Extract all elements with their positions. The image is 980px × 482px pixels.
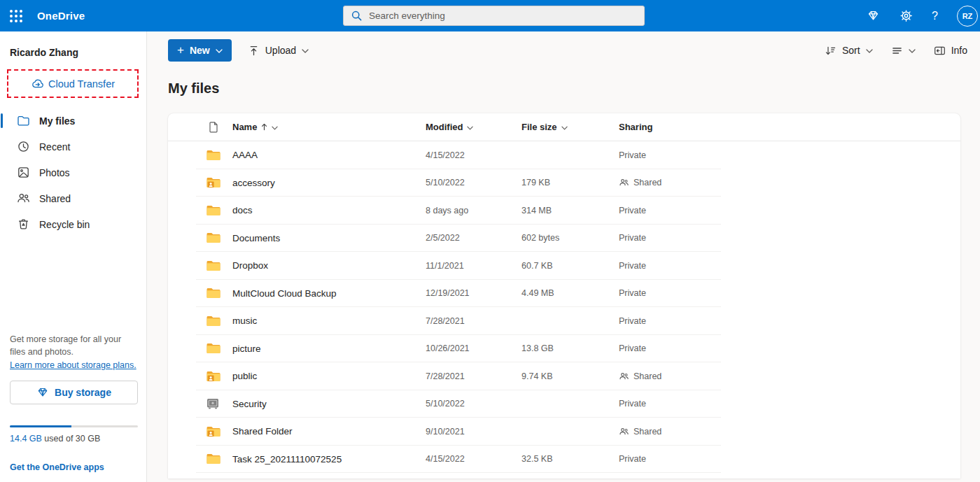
app-launcher-icon[interactable]: [0, 0, 31, 31]
file-list-card: Name Modified File size: [168, 113, 960, 479]
storage-meter: [10, 425, 138, 427]
file-name[interactable]: accessory: [232, 178, 426, 188]
file-sharing: Shared: [619, 427, 960, 437]
sidebar-item-shared[interactable]: Shared: [0, 185, 146, 211]
file-sharing: Private: [619, 150, 960, 160]
column-header-size[interactable]: File size: [522, 122, 619, 132]
table-row[interactable]: Documents2/5/2022602 bytesPrivate: [168, 225, 960, 253]
file-name[interactable]: Documents: [232, 233, 426, 243]
folder-shared-icon: [168, 371, 232, 382]
folder-icon: [168, 232, 232, 243]
table-row[interactable]: music7/28/2021Private: [168, 307, 960, 335]
cloud-transfer-button[interactable]: Cloud Transfer: [31, 78, 115, 90]
people-icon: [619, 427, 629, 437]
table-row[interactable]: accessory5/10/2022179 KBShared: [168, 169, 960, 197]
new-button[interactable]: + New: [168, 39, 232, 62]
file-sharing: Private: [619, 233, 960, 243]
buy-storage-label: Buy storage: [55, 387, 111, 398]
file-sharing: Private: [619, 399, 960, 409]
search-bar[interactable]: [343, 6, 645, 26]
file-modified: 7/28/2021: [426, 316, 522, 326]
sharing-label: Private: [619, 288, 646, 298]
file-size: 314 MB: [522, 206, 619, 215]
table-row[interactable]: Security5/10/2022Private: [168, 390, 960, 418]
get-apps-link[interactable]: Get the OneDrive apps: [10, 462, 136, 472]
column-header-modified[interactable]: Modified: [426, 122, 522, 132]
sort-button[interactable]: Sort: [825, 45, 873, 57]
diamond-icon: [36, 386, 49, 399]
table-row[interactable]: MultCloud Cloud Backup12/19/20214.49 MBP…: [168, 280, 960, 308]
sidebar-item-recent[interactable]: Recent: [0, 134, 146, 160]
sidebar-item-photos[interactable]: Photos: [0, 160, 146, 185]
file-modified: 7/28/2021: [426, 371, 522, 381]
file-size: 179 KB: [522, 178, 619, 187]
column-label: File size: [522, 122, 557, 132]
file-name[interactable]: Security: [232, 399, 426, 409]
file-name[interactable]: MultCloud Cloud Backup: [232, 288, 426, 299]
info-button[interactable]: Info: [934, 45, 967, 57]
search-input[interactable]: [369, 10, 637, 21]
sidebar-item-my-files[interactable]: My files: [0, 108, 146, 134]
chevron-down-icon: [216, 49, 223, 53]
chevron-down-icon: [467, 126, 473, 130]
sharing-label: Shared: [634, 371, 662, 381]
folder-icon: [168, 205, 232, 216]
file-name[interactable]: Dropbox: [232, 260, 426, 271]
table-header: Name Modified File size: [168, 113, 960, 141]
table-row[interactable]: AAAA4/15/2022Private: [168, 141, 960, 169]
storage-usage-text: 14.4 GB used of 30 GB: [10, 434, 136, 444]
file-sharing: Private: [619, 343, 960, 353]
file-name[interactable]: docs: [232, 205, 426, 215]
storage-promo-text: Get more storage for all your files and …: [10, 333, 129, 358]
sidebar-item-label: Recent: [39, 141, 70, 153]
avatar[interactable]: RZ: [957, 6, 978, 27]
sidebar-item-label: My files: [39, 115, 75, 127]
folder-icon: [16, 114, 30, 128]
table-row[interactable]: public7/28/20219.74 KBShared: [168, 362, 960, 390]
help-icon[interactable]: ?: [932, 10, 938, 22]
file-modified: 2/5/2022: [426, 233, 522, 243]
file-sharing: Private: [619, 206, 960, 215]
user-name: Ricardo Zhang: [0, 31, 146, 58]
view-options-button[interactable]: [891, 45, 916, 57]
upload-button[interactable]: Upload: [248, 45, 309, 57]
sidebar-item-label: Shared: [39, 193, 71, 204]
file-modified: 5/10/2022: [426, 178, 522, 187]
file-name[interactable]: public: [232, 371, 426, 381]
storage-section: Get more storage for all your files and …: [0, 333, 146, 482]
buy-storage-button[interactable]: Buy storage: [10, 381, 138, 404]
storage-meter-fill: [10, 425, 71, 427]
settings-gear-icon[interactable]: [899, 9, 913, 23]
table-row[interactable]: Task 25_202111100725254/15/202232.5 KBPr…: [168, 446, 960, 474]
column-header-sharing[interactable]: Sharing: [619, 122, 960, 132]
file-modified: 4/15/2022: [426, 454, 522, 464]
table-row[interactable]: docs8 days ago314 MBPrivate: [168, 197, 960, 225]
sharing-label: Private: [619, 150, 646, 160]
file-modified: 11/1/2021: [426, 261, 522, 271]
app-title: OneDrive: [37, 10, 85, 22]
table-row[interactable]: Dropbox11/1/202160.7 KBPrivate: [168, 252, 960, 280]
folder-icon: [168, 343, 232, 354]
premium-diamond-icon[interactable]: [866, 9, 880, 23]
storage-plans-link[interactable]: Learn more about storage plans.: [10, 360, 136, 370]
file-name[interactable]: picture: [232, 343, 426, 354]
cloud-transfer-icon: [31, 78, 46, 89]
folder-icon: [168, 316, 232, 327]
file-name[interactable]: Task 25_20211110072525: [232, 454, 426, 465]
file-modified: 8 days ago: [426, 206, 522, 215]
document-type-icon: [168, 121, 232, 133]
file-name[interactable]: music: [232, 316, 426, 326]
table-row[interactable]: picture10/26/202113.8 GBPrivate: [168, 335, 960, 363]
sharing-label: Shared: [634, 427, 662, 437]
column-header-name[interactable]: Name: [232, 122, 426, 132]
column-label: Name: [232, 122, 257, 132]
file-sharing: Private: [619, 288, 960, 298]
sidebar-item-recycle-bin[interactable]: Recycle bin: [0, 211, 146, 237]
file-list: AAAA4/15/2022Privateaccessory5/10/202217…: [168, 141, 960, 473]
chevron-down-icon: [561, 126, 568, 130]
sidebar-item-label: Photos: [39, 167, 70, 178]
file-name[interactable]: AAAA: [232, 150, 426, 160]
table-row[interactable]: Shared Folder9/10/2021Shared: [168, 418, 960, 446]
people-icon: [619, 371, 629, 381]
file-name[interactable]: Shared Folder: [232, 426, 426, 437]
